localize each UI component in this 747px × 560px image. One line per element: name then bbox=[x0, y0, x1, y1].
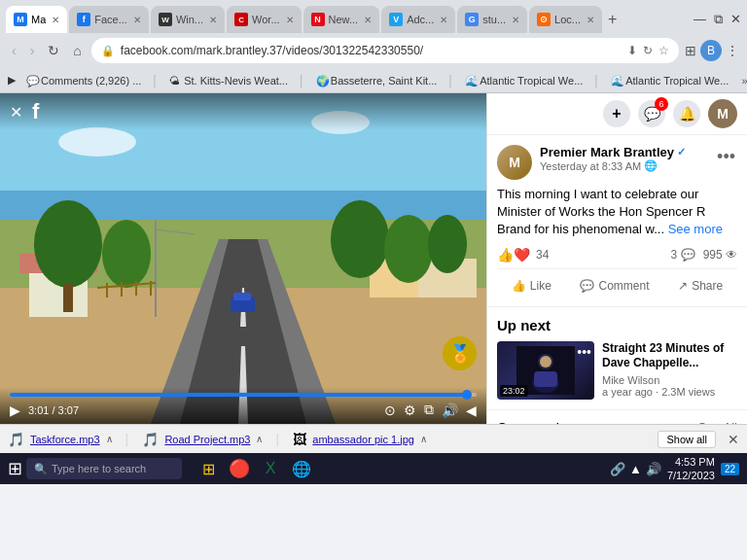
tab-close-loc[interactable]: ✕ bbox=[587, 15, 594, 25]
video-player[interactable]: ✕ f 🏅 ▶ 3:01 / 3:07 ⊙ bbox=[0, 93, 486, 424]
minimize-button[interactable]: — bbox=[694, 12, 706, 27]
download-chevron-taskforce[interactable]: ∧ bbox=[106, 434, 113, 444]
see-more-button[interactable]: See more bbox=[668, 222, 723, 236]
tab-label-loc: Loc... bbox=[554, 14, 581, 25]
author-text: Premier Mark Brantley bbox=[540, 145, 674, 159]
url-text: facebook.com/mark.brantley.37/videos/301… bbox=[121, 44, 622, 57]
play-pause-button[interactable]: ▶ bbox=[10, 402, 20, 418]
close-download-bar-button[interactable]: ✕ bbox=[728, 432, 739, 447]
show-all-downloads-button[interactable]: Show all bbox=[658, 431, 716, 448]
lock-icon: 🔒 bbox=[101, 45, 115, 57]
up-next-title: Up next bbox=[497, 317, 737, 333]
svg-point-12 bbox=[34, 200, 102, 288]
profile-avatar[interactable]: M bbox=[708, 99, 737, 128]
download-filename-road: Road Project.mp3 bbox=[164, 434, 250, 445]
tab-close-g[interactable]: ✕ bbox=[512, 15, 519, 25]
star-icon[interactable]: ☆ bbox=[658, 44, 669, 57]
tab-google[interactable]: G stu... ✕ bbox=[457, 6, 527, 33]
restore-button[interactable]: ⧉ bbox=[714, 12, 723, 27]
bookmark-favicon-atlantic2: 🌊 bbox=[611, 75, 622, 87]
svg-rect-36 bbox=[534, 371, 557, 387]
taskbar-start: ⊞ 🔍 Type here to search bbox=[8, 458, 182, 479]
video-scene bbox=[0, 93, 486, 424]
profile-icon[interactable]: B bbox=[700, 40, 722, 61]
taskbar-clock[interactable]: 4:53 PM 7/12/2023 bbox=[667, 455, 715, 483]
tab-favicon-cnn: C bbox=[234, 13, 248, 26]
download-icon[interactable]: ⬇ bbox=[627, 44, 637, 57]
address-bar-row: ‹ › ↻ ⌂ 🔒 facebook.com/mark.brantley.37/… bbox=[0, 33, 747, 68]
taskbar-app-excel[interactable]: X bbox=[256, 454, 285, 483]
tab-close-v[interactable]: ✕ bbox=[440, 15, 447, 25]
download-roadproject[interactable]: 🎵 Road Project.mp3 ∧ bbox=[142, 432, 263, 447]
tray-link-icon[interactable]: 🔗 bbox=[610, 462, 625, 476]
post-more-button[interactable]: ••• bbox=[715, 145, 737, 169]
bookmarks-icon: ▶ bbox=[8, 74, 16, 87]
notification-badge[interactable]: 22 bbox=[721, 463, 739, 475]
tab-active[interactable]: M Ma ✕ bbox=[6, 6, 67, 33]
progress-bar[interactable] bbox=[10, 393, 477, 397]
like-reaction-icon: 👍 bbox=[497, 247, 514, 262]
tab-facebook[interactable]: f Face... ✕ bbox=[69, 6, 149, 33]
suggested-video-title: Straight 23 Minutes of Dave Chappelle... bbox=[602, 341, 737, 371]
download-chevron-ambassador[interactable]: ∧ bbox=[420, 434, 427, 444]
extensions-icon[interactable]: ⊞ bbox=[685, 43, 696, 58]
tray-arrow-icon[interactable]: ▲ bbox=[629, 462, 642, 476]
tab-netflix[interactable]: N New... ✕ bbox=[303, 6, 380, 33]
home-button[interactable]: ⌂ bbox=[69, 41, 85, 60]
tab-loc[interactable]: ⊙ Loc... ✕ bbox=[529, 6, 602, 33]
menu-icon[interactable]: ⋮ bbox=[726, 43, 739, 58]
tray-volume-icon[interactable]: 🔊 bbox=[646, 462, 661, 476]
tab-windows[interactable]: W Win... ✕ bbox=[151, 6, 225, 33]
video-more-button[interactable]: ••• bbox=[577, 344, 591, 360]
pip-button[interactable]: ⧉ bbox=[424, 402, 434, 418]
svg-point-2 bbox=[58, 127, 136, 157]
bookmark-comments[interactable]: 💬 Comments (2,926) ... bbox=[21, 74, 146, 88]
post-author-avatar[interactable]: M bbox=[497, 145, 532, 180]
forward-button[interactable]: › bbox=[26, 41, 39, 60]
sync-icon[interactable]: ↻ bbox=[643, 44, 653, 57]
taskbar-app-opera[interactable]: 🔴 bbox=[225, 454, 254, 483]
tab-close-w[interactable]: ✕ bbox=[209, 15, 217, 25]
back-button[interactable]: ‹ bbox=[8, 41, 20, 60]
new-tab-button[interactable]: + bbox=[608, 11, 617, 28]
settings-button[interactable]: ⚙ bbox=[404, 402, 416, 418]
suggested-video-thumbnail[interactable]: 23:02 ••• bbox=[497, 341, 594, 400]
tab-adc[interactable]: V Adc... ✕ bbox=[381, 6, 455, 33]
like-button[interactable]: 👍 Like bbox=[504, 275, 559, 297]
create-button[interactable]: + bbox=[603, 100, 630, 127]
tab-close-cnn[interactable]: ✕ bbox=[286, 15, 294, 25]
download-chevron-road[interactable]: ∧ bbox=[256, 434, 263, 444]
video-close-button[interactable]: ✕ bbox=[10, 103, 22, 122]
like-label: Like bbox=[530, 279, 551, 293]
comment-button[interactable]: 💬 Comment bbox=[572, 275, 657, 297]
tab-cnn[interactable]: C Wor... ✕ bbox=[227, 6, 302, 33]
bookmark-atlantic1[interactable]: 🌊 Atlantic Tropical We... bbox=[460, 74, 587, 88]
close-window-button[interactable]: ✕ bbox=[730, 12, 741, 27]
system-tray-icons: 🔗 ▲ 🔊 bbox=[610, 462, 661, 476]
plus-icon: + bbox=[612, 105, 621, 122]
bookmark-weather1[interactable]: 🌤 St. Kitts-Nevis Weat... bbox=[164, 74, 293, 88]
comment-label: Comment bbox=[598, 279, 649, 293]
start-button[interactable]: ⊞ bbox=[8, 458, 22, 479]
up-next-section: Up next 23:02 ••• bbox=[487, 307, 747, 409]
tab-close-n[interactable]: ✕ bbox=[364, 15, 372, 25]
tab-close-f[interactable]: ✕ bbox=[133, 15, 141, 25]
reload-button[interactable]: ↻ bbox=[44, 41, 63, 60]
tab-close-m[interactable]: ✕ bbox=[52, 15, 59, 25]
see-all-comments-button[interactable]: See All bbox=[698, 420, 737, 424]
notifications-button[interactable]: 🔔 bbox=[673, 100, 700, 127]
messenger-button[interactable]: 💬 6 bbox=[638, 100, 665, 127]
taskbar-search-bar[interactable]: 🔍 Type here to search bbox=[26, 458, 182, 479]
download-ambassador[interactable]: 🖼 ambassador pic 1.jpg ∧ bbox=[293, 432, 427, 447]
bookmark-favicon-basseterre: 🌍 bbox=[316, 75, 328, 87]
suggested-video-card[interactable]: 23:02 ••• Straight 23 Minutes of Dave Ch… bbox=[497, 341, 737, 400]
taskbar-app-chrome[interactable]: 🌐 bbox=[287, 454, 316, 483]
mute-button[interactable]: 🔊 bbox=[442, 402, 458, 418]
download-taskforce[interactable]: 🎵 Taskforce.mp3 ∧ bbox=[8, 432, 113, 447]
share-button[interactable]: ↗ Share bbox=[670, 275, 730, 297]
address-bar[interactable]: 🔒 facebook.com/mark.brantley.37/videos/3… bbox=[91, 38, 679, 63]
taskbar-app-explorer[interactable]: ⊞ bbox=[194, 454, 223, 483]
bookmark-atlantic2[interactable]: 🌊 Atlantic Tropical We... bbox=[606, 74, 733, 88]
bookmark-basseterre[interactable]: 🌍 Basseterre, Saint Kit... bbox=[311, 74, 442, 88]
bookmarks-more[interactable]: » bbox=[741, 75, 747, 87]
